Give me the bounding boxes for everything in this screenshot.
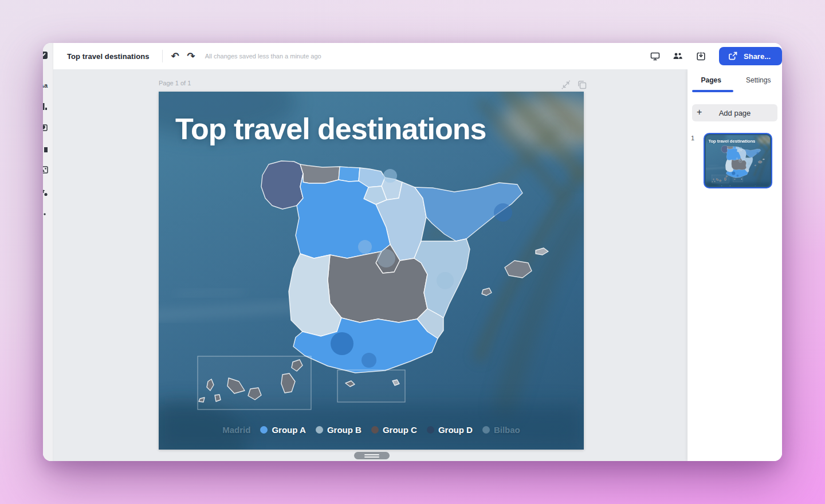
interactive-tool-icon[interactable] xyxy=(43,188,51,197)
svg-text:Aa: Aa xyxy=(43,82,48,89)
legend-item: Group B xyxy=(316,425,362,435)
legend-item: Group C xyxy=(371,425,417,435)
map-bubble xyxy=(331,332,353,355)
share-icon xyxy=(728,52,738,61)
add-page-button[interactable]: + Add page xyxy=(692,104,777,121)
present-button[interactable] xyxy=(647,48,663,64)
legend-dot xyxy=(371,426,379,434)
map-bubble xyxy=(383,169,397,183)
left-toolbar: Aa xyxy=(43,43,53,461)
map-region-mallorca[interactable] xyxy=(505,261,532,278)
ceuta-melilla-inset-box xyxy=(733,177,743,182)
map-bubble xyxy=(736,158,738,160)
legend-ghost-label: Madrid xyxy=(716,186,720,186)
canvas-area: Page 1 of 1 xyxy=(53,69,688,461)
map-bubble xyxy=(377,249,395,267)
map-region-ibiza[interactable] xyxy=(482,288,492,296)
resize-page-icon[interactable] xyxy=(561,80,571,90)
map-bubble xyxy=(736,175,738,177)
plus-icon: + xyxy=(697,107,710,117)
map-bubble xyxy=(739,159,742,162)
legend-dot xyxy=(729,186,730,186)
page[interactable]: Top travel destinations Madrid Group A G… xyxy=(706,135,770,186)
map-region-cantabria[interactable] xyxy=(339,167,360,182)
legend-ghost-label: Bilbao xyxy=(482,425,520,435)
map-bubble xyxy=(494,203,512,222)
divider xyxy=(162,50,163,62)
duplicate-page-icon[interactable] xyxy=(577,80,587,90)
legend-item: Group D xyxy=(747,186,753,186)
legend-item: Group A xyxy=(260,425,305,435)
map-bubble xyxy=(358,240,372,254)
map-bubble xyxy=(362,353,376,368)
page[interactable]: Top travel destinations Madrid Group A G… xyxy=(159,92,584,450)
map-legend[interactable]: Madrid Group A Group B Group C Group D B… xyxy=(159,425,584,435)
share-button[interactable]: Share... xyxy=(719,47,782,65)
more-tools-icon[interactable] xyxy=(43,210,51,219)
redo-button[interactable]: ↷ xyxy=(183,48,199,64)
panel-tabs: Pages Settings xyxy=(688,69,782,91)
map-region-ibiza[interactable] xyxy=(755,165,756,166)
app-window: Aa Top travel destinations ↶ ↷ All chang… xyxy=(43,43,782,461)
legend-dot xyxy=(747,186,748,186)
map-region-menorca[interactable] xyxy=(536,248,548,255)
map-bubble xyxy=(732,171,735,175)
legend-item: Group C xyxy=(738,186,745,186)
top-bar: Top travel destinations ↶ ↷ All changes … xyxy=(53,43,782,69)
app-logo-icon[interactable] xyxy=(43,51,51,60)
legend-ghost-label: Madrid xyxy=(222,425,250,435)
shape-tool-icon[interactable] xyxy=(43,144,51,153)
page-indicator: Page 1 of 1 xyxy=(159,80,191,86)
map-region-menorca[interactable] xyxy=(763,159,764,160)
map-tool-icon[interactable] xyxy=(43,123,51,132)
chart-tool-icon[interactable] xyxy=(43,102,51,111)
map-region-asturias[interactable] xyxy=(727,146,733,149)
page-title[interactable]: Top travel destinations xyxy=(708,139,769,143)
tab-pages[interactable]: Pages xyxy=(688,69,735,91)
page-resize-handle[interactable] xyxy=(354,452,390,459)
right-panel: Pages Settings + Add page 1 xyxy=(688,69,782,461)
download-button[interactable] xyxy=(693,48,709,64)
active-tab-underline xyxy=(692,90,733,92)
tab-settings[interactable]: Settings xyxy=(735,69,783,91)
legend-dot xyxy=(427,426,434,434)
text-tool-icon[interactable]: Aa xyxy=(43,81,51,90)
legend-item: Group B xyxy=(729,186,736,186)
save-status: All changes saved less than a minute ago xyxy=(205,53,321,60)
document-title[interactable]: Top travel destinations xyxy=(67,52,150,61)
map-bubble xyxy=(748,163,751,166)
ceuta-melilla-inset-box xyxy=(337,370,405,402)
map-region-mallorca[interactable] xyxy=(758,161,762,164)
legend-dot xyxy=(316,426,323,434)
map-bubble xyxy=(756,152,759,155)
map-bubble xyxy=(740,147,742,149)
legend-ghost-label: Bilbao xyxy=(755,186,760,186)
page-thumbnail[interactable]: Top travel destinations Madrid Group A G… xyxy=(704,133,772,188)
image-tool-icon[interactable] xyxy=(43,166,51,175)
undo-button[interactable]: ↶ xyxy=(167,48,183,64)
page-number: 1 xyxy=(691,135,694,141)
share-label: Share... xyxy=(744,52,771,61)
collaborate-button[interactable] xyxy=(670,48,686,64)
legend-dot xyxy=(738,186,739,186)
map-region-galicia[interactable] xyxy=(721,145,728,153)
map-region-galicia[interactable] xyxy=(261,161,303,209)
map-bubble xyxy=(437,272,454,289)
map-region-cantabria[interactable] xyxy=(733,147,736,149)
legend-item: Group A xyxy=(721,186,728,186)
page-thumbnail-canvas: Top travel destinations Madrid Group A G… xyxy=(706,135,770,186)
map-region-asturias[interactable] xyxy=(300,164,340,183)
legend-dot xyxy=(721,186,722,186)
map-legend[interactable]: Madrid Group A Group B Group C Group D B… xyxy=(706,186,770,186)
legend-dot xyxy=(260,426,268,434)
page-title[interactable]: Top travel destinations xyxy=(175,113,576,145)
legend-item: Group D xyxy=(427,425,473,435)
